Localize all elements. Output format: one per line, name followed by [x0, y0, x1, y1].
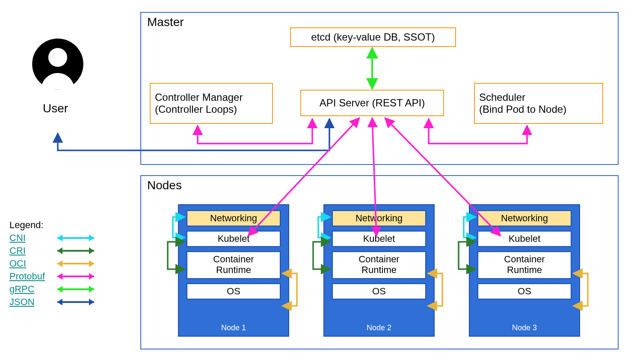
legend-row-cni: CNI: [9, 232, 99, 244]
legend-row-protobuf: Protobuf: [9, 270, 99, 283]
scheduler-line1: Scheduler: [479, 91, 566, 103]
node3-label: Node 3: [470, 323, 579, 332]
node2-label: Node 2: [324, 323, 434, 332]
legend-link[interactable]: gRPC: [9, 284, 52, 295]
legend-arrow-icon: [52, 246, 99, 256]
legend-link[interactable]: CNI: [9, 232, 52, 244]
legend-arrow-icon: [52, 271, 99, 282]
node2-os: OS: [332, 283, 426, 299]
node2-kubelet: Kubelet: [332, 231, 426, 247]
scheduler-box: Scheduler (Bind Pod to Node): [474, 83, 603, 124]
node3-os: OS: [477, 283, 572, 299]
controller-manager-box: Controller Manager (Controller Loops): [150, 83, 273, 124]
node1-label: Node 1: [179, 323, 288, 332]
legend: Legend: CNICRIOCIProtobufgRPCJSON: [9, 220, 99, 308]
node3-runtime-l2: Runtime: [480, 264, 569, 275]
node1-runtime: Container Runtime: [187, 251, 281, 279]
svg-point-1: [48, 48, 67, 67]
legend-row-cri: CRI: [9, 244, 99, 257]
etcd-box: etcd (key-value DB, SSOT): [290, 27, 456, 47]
legend-row-grpc: gRPC: [9, 283, 99, 296]
user-icon: [30, 36, 86, 92]
legend-arrow-icon: [52, 233, 99, 243]
legend-link[interactable]: OCI: [9, 258, 52, 269]
legend-row-json: JSON: [9, 296, 99, 308]
node-3: Networking Kubelet Container Runtime OS …: [469, 204, 580, 337]
node1-kubelet: Kubelet: [187, 231, 281, 247]
node2-networking: Networking: [332, 210, 426, 226]
node3-runtime-l1: Container: [480, 254, 569, 264]
node-1: Networking Kubelet Container Runtime OS …: [178, 204, 289, 337]
node3-networking: Networking: [477, 210, 572, 226]
diagram-stage: User Master etcd (key-value DB, SSOT) Co…: [0, 0, 631, 364]
node-2: Networking Kubelet Container Runtime OS …: [323, 204, 435, 337]
node1-runtime-l2: Runtime: [189, 264, 278, 275]
node2-runtime-l2: Runtime: [335, 264, 424, 275]
legend-row-oci: OCI: [9, 257, 99, 270]
controller-line2: (Controller Loops): [155, 103, 243, 115]
api-server-label: API Server (REST API): [320, 97, 425, 109]
node1-os: OS: [187, 283, 281, 299]
legend-title: Legend:: [9, 220, 99, 231]
api-server-box: API Server (REST API): [300, 90, 444, 116]
node1-runtime-l1: Container: [189, 254, 278, 264]
node3-kubelet: Kubelet: [477, 231, 572, 247]
node2-runtime-l1: Container: [335, 254, 424, 264]
master-title: Master: [147, 15, 184, 29]
scheduler-line2: (Bind Pod to Node): [479, 103, 566, 115]
node1-networking: Networking: [187, 210, 281, 226]
legend-arrow-icon: [52, 297, 99, 307]
legend-arrow-icon: [52, 258, 99, 269]
node3-runtime: Container Runtime: [477, 251, 572, 279]
legend-link[interactable]: Protobuf: [9, 271, 52, 282]
legend-arrow-icon: [52, 284, 99, 294]
legend-link[interactable]: JSON: [9, 296, 52, 308]
user-label: User: [43, 102, 68, 115]
nodes-title: Nodes: [147, 179, 182, 192]
controller-line1: Controller Manager: [155, 91, 243, 103]
node2-runtime: Container Runtime: [332, 251, 426, 279]
legend-link[interactable]: CRI: [9, 245, 52, 256]
etcd-label: etcd (key-value DB, SSOT): [311, 31, 435, 43]
